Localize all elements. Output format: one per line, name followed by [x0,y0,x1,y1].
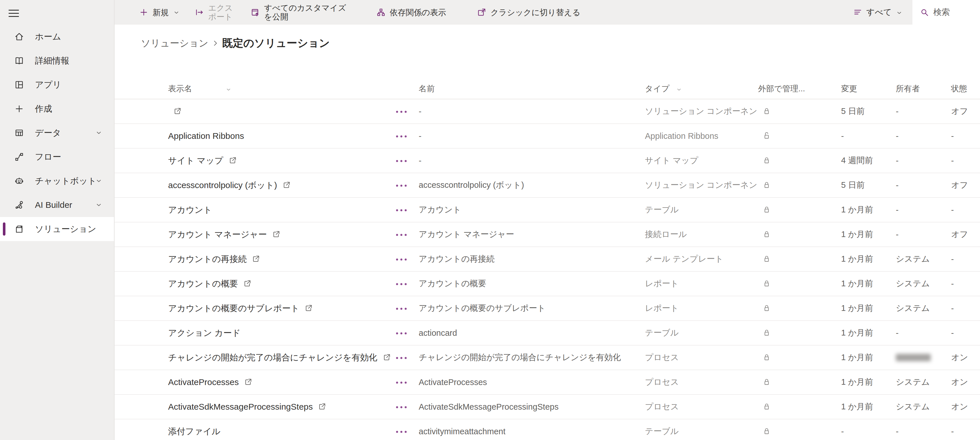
display-name-cell[interactable]: アカウントの再接続 [168,247,260,271]
table-row[interactable]: アカウント アカウント テーブル 1 か月前 - - [115,198,980,222]
table-row[interactable]: accesscontrolpolicy (ボット) accesscontrolp… [115,173,980,198]
display-name-cell[interactable]: 添付ファイル [168,419,221,440]
table-row[interactable]: サイト マップ - サイト マップ 4 週間前 - - [115,149,980,173]
sidebar-item-data[interactable]: データ [0,121,114,145]
open-external-icon[interactable] [229,157,237,165]
column-header-display-name[interactable]: 表示名 [168,79,232,99]
chevron-down-icon[interactable] [95,201,102,209]
display-name-cell[interactable]: アカウントの概要 [168,272,251,296]
sidebar-item-label: 詳細情報 [35,55,69,67]
classic-button[interactable]: クラシックに切り替える [470,0,588,25]
publish-button[interactable]: すべてのカスタマイズを公開 [243,0,361,25]
display-name-cell[interactable] [168,99,181,123]
open-external-icon[interactable] [318,403,326,411]
display-name-cell[interactable]: チャレンジの開始が完了の場合にチャレンジを有効化 [168,346,391,370]
more-commands-button[interactable] [396,272,409,296]
table-row[interactable]: 添付ファイル activitymimeattachment テーブル - - - [115,419,980,440]
ellipsis-icon [396,380,409,384]
column-header-type[interactable]: タイプ [645,79,682,99]
home-icon [14,32,24,41]
sidebar-item-home[interactable]: ホーム [0,25,114,49]
lock-closed-icon [762,99,771,123]
display-name-cell[interactable]: アカウント [168,198,212,222]
breadcrumb-solutions-link[interactable]: ソリューション [141,37,208,50]
lock-closed-icon [762,222,771,246]
chevron-down-icon[interactable] [95,177,102,185]
chevron-down-icon[interactable] [95,129,102,137]
type-cell: プロセス [645,370,760,394]
open-external-icon[interactable] [173,107,181,115]
table-row[interactable]: チャレンジの開始が完了の場合にチャレンジを有効化 チャレンジの開始が完了の場合に… [115,346,980,370]
sidebar-item-flows[interactable]: フロー [0,145,114,169]
display-name-text: チャレンジの開始が完了の場合にチャレンジを有効化 [168,352,377,364]
table-row[interactable]: Application Ribbons - Application Ribbon… [115,124,980,149]
new-button[interactable]: 新規 [132,0,187,25]
more-commands-button[interactable] [396,247,409,271]
lock-closed-icon [762,346,771,370]
command-label: エクスポート [208,3,236,21]
more-commands-button[interactable] [396,321,409,345]
deps-button[interactable]: 依存関係の表示 [369,0,453,25]
sidebar-item-solutions[interactable]: ソリューション [0,217,114,241]
open-external-icon[interactable] [272,230,280,238]
display-name-cell[interactable]: Application Ribbons [168,124,244,148]
display-name-cell[interactable]: アカウント マネージャー [168,222,280,246]
open-external-icon[interactable] [252,255,260,263]
sidebar-item-label: データ [35,127,61,139]
sidebar-item-learn[interactable]: 詳細情報 [0,49,114,73]
search-icon [920,8,929,17]
open-external-icon[interactable] [243,280,251,288]
open-external-icon[interactable] [304,304,312,312]
sidebar-item-create[interactable]: 作成 [0,97,114,121]
export-button[interactable]: エクスポート [187,0,243,25]
name-cell: - [419,149,422,173]
table-row[interactable]: アカウントの再接続 アカウントの再接続 メール テンプレート 1 か月前 システ… [115,247,980,272]
lock-open-icon [762,124,771,148]
more-commands-button[interactable] [396,173,409,197]
more-commands-button[interactable] [396,419,409,440]
more-commands-button[interactable] [396,99,409,123]
more-commands-button[interactable] [396,296,409,320]
display-name-cell[interactable]: ActivateSdkMessageProcessingSteps [168,395,326,419]
command-label: すべてのカスタマイズを公開 [264,3,353,21]
apps-icon [14,80,24,90]
sidebar-item-chatbots[interactable]: チャットボット [0,169,114,193]
more-commands-button[interactable] [396,222,409,246]
more-commands-button[interactable] [396,149,409,173]
table-row[interactable]: アクション カード actioncard テーブル 1 か月前 - - [115,321,980,346]
ellipsis-icon [396,208,409,212]
command-label: 依存関係の表示 [390,8,446,17]
table-row[interactable]: アカウント マネージャー アカウント マネージャー 接続ロール 1 か月前 - … [115,222,980,247]
display-name-text: アカウントの概要 [168,278,238,290]
lock-closed-icon [762,173,771,197]
display-name-cell[interactable]: アクション カード [168,321,240,345]
sidebar-item-apps[interactable]: アプリ [0,73,114,97]
command-label: 新規 [153,8,169,17]
lock-closed-icon [762,321,771,345]
table-row[interactable]: ActivateProcesses ActivateProcesses プロセス… [115,370,980,395]
display-name-cell[interactable]: アカウントの概要のサブレポート [168,296,312,320]
display-name-cell[interactable]: accesscontrolpolicy (ボット) [168,173,290,197]
table-row[interactable]: - ソリューション コンポーネント リレー 5 日前 - オフ [115,99,980,124]
table-row[interactable]: ActivateSdkMessageProcessingSteps Activa… [115,395,980,419]
open-external-icon[interactable] [282,181,290,189]
open-external-icon[interactable] [383,354,391,362]
more-commands-button[interactable] [396,395,409,419]
hamburger-button[interactable] [7,6,21,19]
open-external-icon[interactable] [244,378,252,386]
display-name-cell[interactable]: サイト マップ [168,149,237,173]
more-commands-button[interactable] [396,370,409,394]
lock-closed-icon [762,149,771,173]
view-filter-button[interactable]: すべて [847,0,909,25]
type-cell: テーブル [645,419,760,440]
table-row[interactable]: アカウントの概要のサブレポート アカウントの概要のサブレポート レポート 1 か… [115,296,980,321]
column-header-status: 状態 [951,79,967,99]
more-commands-button[interactable] [396,346,409,370]
lock-closed-icon [762,247,771,271]
more-commands-button[interactable] [396,198,409,222]
more-commands-button[interactable] [396,124,409,148]
display-name-cell[interactable]: ActivateProcesses [168,370,252,394]
sidebar-item-aibuilder[interactable]: AI Builder [0,193,114,217]
search-input[interactable]: 検索 [912,0,980,25]
table-row[interactable]: アカウントの概要 アカウントの概要 レポート 1 か月前 システム - [115,272,980,296]
